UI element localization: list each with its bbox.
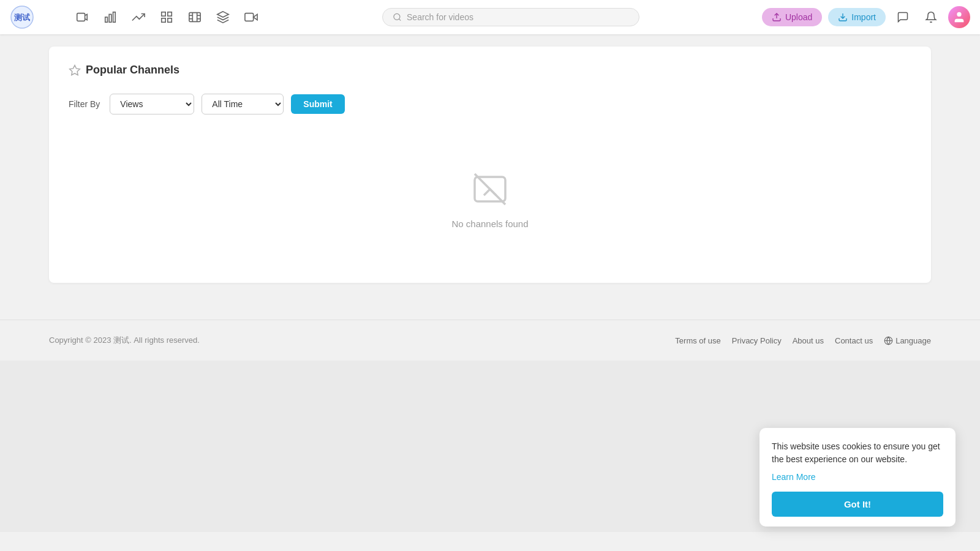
cookie-message: This website uses cookies to ensure you … [772, 440, 943, 466]
import-label: Import [851, 12, 876, 22]
cookie-banner: This website uses cookies to ensure you … [760, 428, 956, 527]
submit-button[interactable]: Submit [291, 94, 344, 114]
camera-icon[interactable] [243, 9, 260, 26]
footer-link-privacy[interactable]: Privacy Policy [732, 336, 782, 345]
filter-time-select[interactable]: All Time Today This Week This Month This… [202, 94, 284, 114]
submit-label: Submit [303, 99, 332, 109]
footer-language[interactable]: Language [884, 336, 931, 345]
layers-icon[interactable] [214, 9, 232, 26]
svg-point-19 [394, 13, 400, 20]
messages-button[interactable] [892, 6, 914, 28]
svg-rect-8 [162, 18, 165, 22]
footer-link-contact[interactable]: Contact us [835, 336, 873, 345]
upload-label: Upload [785, 12, 812, 22]
cookie-learn-more[interactable]: Learn More [772, 472, 943, 482]
filter-by-select[interactable]: Views Subscribers Videos [110, 94, 194, 114]
empty-icon [472, 171, 508, 210]
svg-rect-4 [109, 14, 111, 22]
nav-icons [74, 9, 260, 26]
svg-rect-10 [189, 13, 200, 22]
svg-rect-7 [168, 12, 172, 16]
header: 测试 [0, 0, 980, 34]
footer-link-terms[interactable]: Terms of use [675, 336, 720, 345]
got-it-button[interactable]: Got It! [772, 492, 943, 517]
search-icon [393, 12, 402, 22]
svg-line-20 [399, 19, 401, 21]
import-icon [838, 12, 848, 22]
svg-rect-18 [245, 13, 254, 21]
video-square-icon[interactable] [74, 9, 91, 26]
upload-icon [772, 12, 782, 22]
footer-links: Terms of use Privacy Policy About us Con… [675, 336, 931, 345]
search-input[interactable] [407, 12, 629, 22]
svg-line-26 [475, 174, 505, 204]
popular-channels-card: Popular Channels Filter By Views Subscri… [49, 47, 931, 283]
svg-rect-6 [162, 12, 165, 16]
svg-marker-17 [217, 12, 228, 17]
empty-message: No channels found [451, 219, 528, 229]
empty-state: No channels found [69, 134, 911, 266]
search-bar [260, 8, 762, 26]
import-button[interactable]: Import [828, 8, 886, 26]
language-label: Language [895, 336, 931, 345]
svg-text:测试: 测试 [14, 13, 31, 22]
logo[interactable]: 测试 [10, 5, 59, 29]
svg-marker-24 [70, 65, 80, 75]
filter-row: Filter By Views Subscribers Videos All T… [69, 94, 911, 114]
star-icon [69, 64, 81, 77]
upload-button[interactable]: Upload [762, 8, 822, 26]
card-title: Popular Channels [69, 64, 911, 77]
got-it-label: Got It! [844, 499, 871, 509]
svg-rect-9 [168, 18, 172, 22]
main-content: Popular Channels Filter By Views Subscri… [0, 34, 980, 295]
footer-link-about[interactable]: About us [793, 336, 824, 345]
header-actions: Upload Import [762, 6, 970, 28]
svg-rect-2 [77, 13, 85, 21]
bell-icon [925, 11, 937, 23]
footer: Copyright © 2023 测试. All rights reserved… [0, 320, 980, 361]
messages-icon [897, 11, 909, 23]
avatar[interactable] [948, 6, 970, 28]
bar-chart-icon[interactable] [102, 9, 119, 26]
svg-point-23 [957, 12, 961, 17]
svg-rect-5 [113, 12, 116, 23]
grid-icon[interactable] [158, 9, 175, 26]
footer-copyright: Copyright © 2023 测试. All rights reserved… [49, 335, 200, 346]
svg-rect-3 [105, 17, 108, 22]
notifications-button[interactable] [920, 6, 942, 28]
trending-icon[interactable] [130, 9, 147, 26]
film-icon[interactable] [186, 9, 203, 26]
globe-icon [884, 336, 893, 345]
search-input-wrap [382, 8, 639, 26]
filter-label: Filter By [69, 99, 100, 109]
card-title-text: Popular Channels [86, 64, 179, 77]
